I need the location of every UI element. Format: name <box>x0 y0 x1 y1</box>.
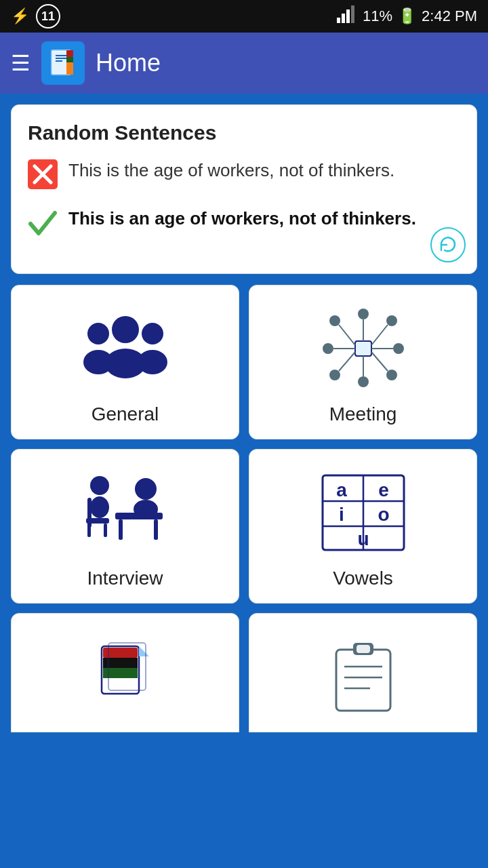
menu-icon[interactable]: ☰ <box>11 50 30 76</box>
svg-text:e: e <box>378 479 389 500</box>
svg-point-15 <box>87 323 109 344</box>
svg-point-35 <box>323 343 333 354</box>
general-icon-area <box>78 304 173 393</box>
svg-rect-65 <box>336 650 390 711</box>
svg-point-38 <box>90 476 109 495</box>
signal-icon <box>337 5 357 27</box>
svg-marker-62 <box>139 646 149 656</box>
usb-icon: ⚡ <box>11 7 29 25</box>
status-right: 11% 🔋 2:42 PM <box>337 5 477 27</box>
status-left: ⚡ 11 <box>11 4 60 28</box>
wrong-icon <box>28 159 58 195</box>
svg-rect-21 <box>355 341 371 356</box>
app-title: Home <box>96 49 161 77</box>
vowels-icon-area: a e i o u <box>316 469 411 557</box>
svg-rect-1 <box>342 14 345 23</box>
svg-rect-11 <box>66 62 73 75</box>
svg-text:o: o <box>378 504 389 525</box>
svg-rect-40 <box>86 518 109 524</box>
svg-point-29 <box>386 370 397 380</box>
app-bar: ☰ Home <box>0 33 488 94</box>
svg-point-27 <box>393 343 404 354</box>
svg-point-48 <box>134 500 158 519</box>
svg-rect-2 <box>346 9 350 23</box>
svg-text:u: u <box>357 528 369 549</box>
svg-rect-3 <box>351 5 354 23</box>
svg-text:i: i <box>339 504 344 525</box>
cat6-icon-area <box>316 633 411 721</box>
correct-icon <box>28 208 58 246</box>
category-grid: General <box>11 285 477 732</box>
svg-point-33 <box>329 370 340 380</box>
svg-point-17 <box>142 323 163 344</box>
svg-rect-45 <box>119 519 123 540</box>
svg-rect-42 <box>104 524 107 537</box>
svg-rect-9 <box>66 50 73 57</box>
category-vowels[interactable]: a e i o u Vowels <box>249 449 477 604</box>
category-5[interactable] <box>11 613 239 732</box>
main-content: Random Sentences This is the age of work… <box>0 94 488 743</box>
correct-sentence-text: This is an age of workers, not of thinke… <box>68 206 416 231</box>
notification-badge: 11 <box>36 4 60 28</box>
category-interview[interactable]: Interview <box>11 449 239 604</box>
svg-point-47 <box>135 478 157 500</box>
category-6[interactable] <box>249 613 477 732</box>
svg-rect-41 <box>87 524 91 537</box>
time-display: 2:42 PM <box>422 7 477 25</box>
svg-line-24 <box>371 325 388 345</box>
svg-point-37 <box>329 315 340 326</box>
battery-percent: 11% <box>363 7 392 25</box>
correct-sentence-row: This is an age of workers, not of thinke… <box>28 206 460 246</box>
vowels-label: Vowels <box>333 568 393 589</box>
svg-rect-0 <box>337 18 340 23</box>
status-bar: ⚡ 11 11% 🔋 2:42 PM <box>0 0 488 33</box>
svg-text:a: a <box>336 479 347 500</box>
svg-point-25 <box>386 315 397 326</box>
svg-point-43 <box>90 496 109 518</box>
svg-point-23 <box>358 309 369 319</box>
svg-point-31 <box>358 376 369 387</box>
svg-line-28 <box>371 352 388 371</box>
interview-icon-area <box>78 469 173 557</box>
random-sentences-title: Random Sentences <box>28 121 460 144</box>
svg-rect-67 <box>357 645 370 653</box>
svg-line-32 <box>339 352 355 371</box>
app-logo <box>41 41 85 85</box>
category-meeting[interactable]: Meeting <box>249 285 477 439</box>
svg-rect-10 <box>66 57 73 62</box>
general-label: General <box>92 403 159 425</box>
random-sentences-card: Random Sentences This is the age of work… <box>11 104 477 274</box>
cat5-icon-area <box>78 633 173 721</box>
refresh-button[interactable] <box>430 227 466 262</box>
svg-point-19 <box>112 316 139 343</box>
battery-icon: 🔋 <box>398 7 416 25</box>
svg-point-20 <box>105 349 146 378</box>
svg-line-36 <box>339 325 355 345</box>
meeting-icon-area <box>316 304 411 393</box>
meeting-label: Meeting <box>329 403 397 425</box>
category-general[interactable]: General <box>11 285 239 439</box>
svg-rect-46 <box>154 519 158 540</box>
interview-label: Interview <box>87 568 163 589</box>
wrong-sentence-text: This is the age of workers, not of think… <box>68 158 394 182</box>
wrong-sentence-row: This is the age of workers, not of think… <box>28 158 460 195</box>
